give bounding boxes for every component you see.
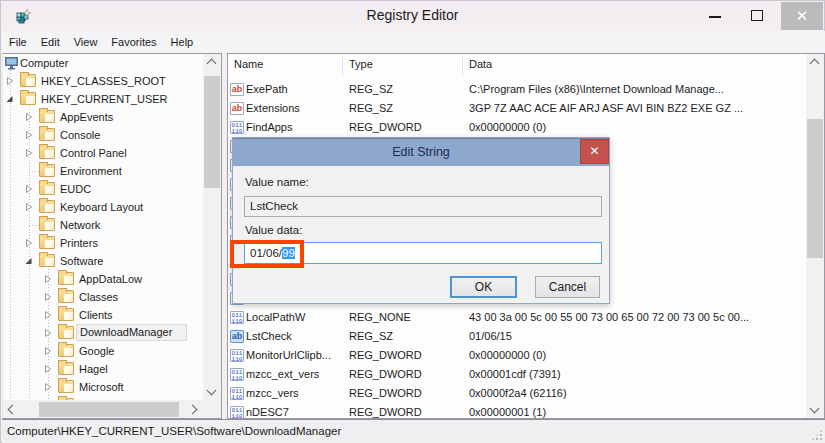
chevron-up-icon xyxy=(207,59,217,69)
folder-icon xyxy=(58,272,74,285)
tree-item-computer[interactable]: Computer xyxy=(3,54,202,72)
tree-item-classes[interactable]: Classes xyxy=(3,288,202,306)
folder-icon xyxy=(20,92,36,105)
tree-item-label: AppEvents xyxy=(60,109,113,125)
value-name: MonitorUrlClipb... xyxy=(246,348,331,363)
value-row-mzcc-ext-vers[interactable]: 011110mzcc_ext_versREG_DWORD0x00001cdf (… xyxy=(228,365,806,384)
scroll-right-button[interactable] xyxy=(186,401,202,418)
scroll-down-button[interactable] xyxy=(203,384,220,400)
menu-edit[interactable]: Edit xyxy=(34,31,67,53)
menu-view[interactable]: View xyxy=(67,31,105,53)
expand-icon[interactable] xyxy=(43,328,53,338)
expand-icon[interactable] xyxy=(43,292,53,302)
value-name: FindApps xyxy=(246,120,292,135)
tree-item-label: Hagel xyxy=(79,361,108,377)
scroll-left-button[interactable] xyxy=(3,401,19,418)
folder-icon xyxy=(39,218,55,231)
scroll-up-button[interactable] xyxy=(806,54,823,70)
tree-item-microsoft[interactable]: Microsoft xyxy=(3,378,202,396)
folder-icon xyxy=(39,146,55,159)
tree-item-keyboard-layout[interactable]: Keyboard Layout xyxy=(3,198,202,216)
tree-item-hkey-current-user[interactable]: HKEY_CURRENT_USER xyxy=(3,90,202,108)
maximize-button[interactable] xyxy=(735,2,779,30)
tree-item-label: Classes xyxy=(79,289,118,305)
expand-icon[interactable] xyxy=(43,346,53,356)
value-row-extensions[interactable]: abExtensionsREG_SZ3GP 7Z AAC ACE AIF ARJ… xyxy=(228,99,806,118)
expand-icon[interactable] xyxy=(43,310,53,320)
value-name-field[interactable]: LstCheck xyxy=(244,196,602,217)
value-row-mzcc-vers[interactable]: 011110mzcc_versREG_DWORD0x0000f2a4 (6211… xyxy=(228,384,806,403)
tree-item-hkey-classes-root[interactable]: HKEY_CLASSES_ROOT xyxy=(3,72,202,90)
minimize-button[interactable] xyxy=(695,2,735,30)
expand-icon[interactable] xyxy=(43,274,53,284)
tree-item-clients[interactable]: Clients xyxy=(3,306,202,324)
value-name-text: LstCheck xyxy=(250,200,298,212)
expand-icon[interactable] xyxy=(24,112,34,122)
tree-item-label: Software xyxy=(60,253,103,269)
value-name-label: Value name: xyxy=(245,176,309,188)
tree-item-downloadmanager[interactable]: DownloadManager xyxy=(3,324,202,342)
reg-sz-icon-selected: ab xyxy=(230,330,244,343)
column-header-name[interactable]: Name xyxy=(234,58,263,70)
tree-item-label: Keyboard Layout xyxy=(60,199,143,215)
column-header-data[interactable]: Data xyxy=(469,58,492,70)
scrollbar-thumb[interactable] xyxy=(39,402,179,417)
expand-icon[interactable] xyxy=(43,364,53,374)
dialog-close-button[interactable]: ✕ xyxy=(580,139,609,164)
expand-icon[interactable] xyxy=(24,202,34,212)
tree-item-appdatalow[interactable]: AppDataLow xyxy=(3,270,202,288)
column-separator xyxy=(462,57,463,76)
folder-icon xyxy=(58,344,74,357)
reg-binary-icon: 011110 xyxy=(230,311,244,324)
menu-favorites[interactable]: Favorites xyxy=(104,31,163,53)
expand-icon[interactable] xyxy=(24,238,34,248)
resize-grip[interactable] xyxy=(811,429,823,441)
value-type: REG_DWORD xyxy=(349,405,422,419)
tree-item-software[interactable]: Software xyxy=(3,252,202,270)
menu-file[interactable]: File xyxy=(2,31,34,53)
expand-icon[interactable] xyxy=(24,184,34,194)
value-row-lstcheck[interactable]: abLstCheckREG_SZ01/06/15 xyxy=(228,327,806,346)
collapse-icon[interactable] xyxy=(5,94,15,104)
value-data: 0x00000000 (0) xyxy=(469,348,546,363)
tree-horizontal-scrollbar[interactable] xyxy=(3,400,221,418)
tree-item-environment[interactable]: Environment xyxy=(3,162,202,180)
tree-item-appevents[interactable]: AppEvents xyxy=(3,108,202,126)
value-data: 0x00001cdf (7391) xyxy=(469,367,561,382)
expand-icon[interactable] xyxy=(5,76,15,86)
menu-help[interactable]: Help xyxy=(164,31,201,53)
dialog-title-bar: Edit String ✕ xyxy=(233,138,609,166)
value-row-findapps[interactable]: 011110FindAppsREG_DWORD0x00000000 (0) xyxy=(228,118,806,137)
folder-icon xyxy=(39,128,55,141)
tree-item-label: EUDC xyxy=(60,181,91,197)
list-vertical-scrollbar[interactable] xyxy=(806,54,824,418)
folder-icon xyxy=(39,182,55,195)
expand-icon[interactable] xyxy=(24,148,34,158)
tree-item-google[interactable]: Google xyxy=(3,342,202,360)
value-row-localpathw[interactable]: 011110LocalPathWREG_NONE43 00 3a 00 5c 0… xyxy=(228,308,806,327)
tree-item-network[interactable]: Network xyxy=(3,216,202,234)
tree-vertical-scrollbar[interactable] xyxy=(203,54,221,400)
collapse-icon[interactable] xyxy=(24,256,34,266)
tree-item-eudc[interactable]: EUDC xyxy=(3,180,202,198)
value-row-exepath[interactable]: abExePathREG_SZC:\Program Files (x86)\In… xyxy=(228,80,806,99)
scrollbar-thumb[interactable] xyxy=(204,76,220,188)
tree-item-hagel[interactable]: Hagel xyxy=(3,360,202,378)
expand-icon[interactable] xyxy=(24,130,34,140)
ok-button[interactable]: OK xyxy=(450,276,517,298)
value-row-monitorurlclipb[interactable]: 011110MonitorUrlClipb...REG_DWORD0x00000… xyxy=(228,346,806,365)
column-header-type[interactable]: Type xyxy=(349,58,373,70)
expand-icon[interactable] xyxy=(43,382,53,392)
tree-item-label: HKEY_CLASSES_ROOT xyxy=(41,73,166,89)
scrollbar-thumb[interactable] xyxy=(807,119,823,258)
scroll-up-button[interactable] xyxy=(203,54,220,70)
close-button[interactable]: ✕ xyxy=(781,2,823,30)
tree-item-console[interactable]: Console xyxy=(3,126,202,144)
annotation-rectangle xyxy=(230,240,304,268)
tree-item-printers[interactable]: Printers xyxy=(3,234,202,252)
cancel-button[interactable]: Cancel xyxy=(535,276,600,298)
tree-item-control-panel[interactable]: Control Panel xyxy=(3,144,202,162)
scroll-down-button[interactable] xyxy=(806,402,823,418)
value-row-ndesc7[interactable]: 011110nDESC7REG_DWORD0x00000001 (1) xyxy=(228,403,806,419)
status-bar-path: Computer\HKEY_CURRENT_USER\Software\Down… xyxy=(7,425,341,437)
